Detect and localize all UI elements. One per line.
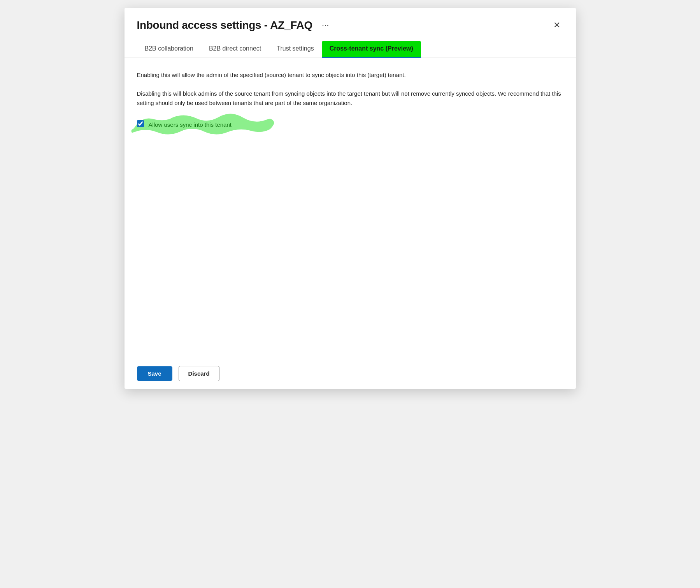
- description-text-2: Disabling this will block admins of the …: [137, 89, 563, 108]
- dialog-header: Inbound access settings - AZ_FAQ ··· ✕: [125, 8, 576, 32]
- tab-b2b-direct-connect[interactable]: B2B direct connect: [201, 41, 269, 58]
- dialog-body: Enabling this will allow the admin of th…: [125, 58, 576, 358]
- dialog-footer: Save Discard: [125, 358, 576, 389]
- more-options-icon[interactable]: ···: [319, 19, 332, 32]
- tab-b2b-collaboration[interactable]: B2B collaboration: [137, 41, 201, 58]
- description-text-1: Enabling this will allow the admin of th…: [137, 70, 563, 80]
- allow-sync-checkbox-row: Allow users sync into this tenant: [137, 120, 563, 129]
- title-row: Inbound access settings - AZ_FAQ ···: [137, 19, 332, 32]
- tab-bar: B2B collaboration B2B direct connect Tru…: [125, 32, 576, 58]
- discard-button[interactable]: Discard: [179, 366, 219, 381]
- allow-sync-label[interactable]: Allow users sync into this tenant: [149, 121, 232, 128]
- inbound-access-dialog: Inbound access settings - AZ_FAQ ··· ✕ B…: [125, 8, 576, 389]
- allow-sync-checkbox-container[interactable]: [137, 120, 144, 129]
- allow-sync-checkbox[interactable]: [137, 120, 144, 127]
- save-button[interactable]: Save: [137, 366, 172, 381]
- close-icon[interactable]: ✕: [550, 19, 563, 31]
- dialog-title: Inbound access settings - AZ_FAQ: [137, 19, 312, 32]
- tab-trust-settings[interactable]: Trust settings: [269, 41, 321, 58]
- tab-cross-tenant-sync[interactable]: Cross-tenant sync (Preview): [322, 41, 421, 58]
